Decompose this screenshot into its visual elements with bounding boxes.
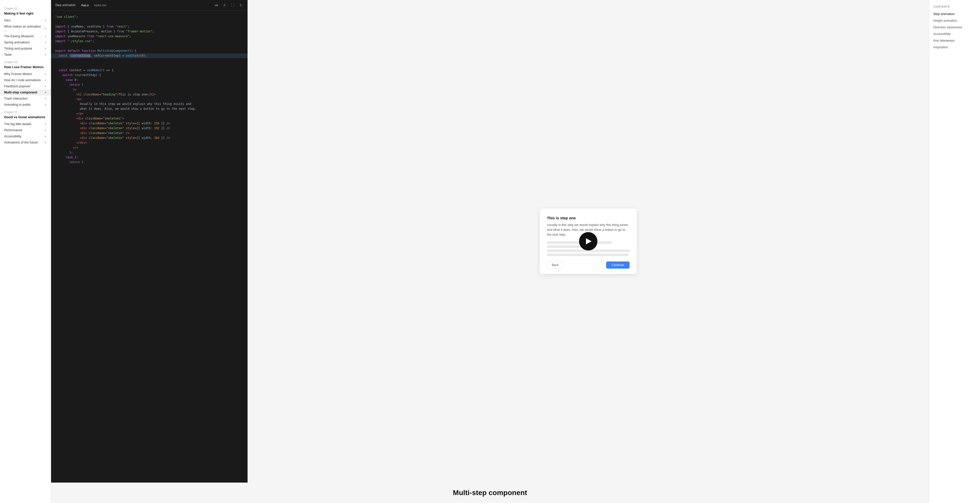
check-icon: ✓ bbox=[45, 47, 47, 50]
chapter-title: How I use Framer Motion bbox=[0, 65, 51, 71]
sidebar-item-label: How do I code animations bbox=[4, 78, 41, 82]
code-panel-title: Step animation bbox=[55, 3, 76, 7]
chapter-label: Chapter 03 bbox=[0, 108, 51, 115]
back-button[interactable]: Back bbox=[547, 261, 563, 269]
check-icon: ✓ bbox=[45, 27, 47, 30]
check-icon: ✓ bbox=[45, 141, 47, 144]
expand-icon[interactable]: ⛶ bbox=[230, 3, 235, 8]
sidebar-item-future[interactable]: Animations of the future✓ bbox=[0, 139, 51, 146]
tab-styles-css[interactable]: styles.css bbox=[93, 3, 108, 7]
sidebar-item-easing[interactable]: The Easing Blueprint✓ bbox=[0, 33, 51, 39]
code-panel: Step animation App.js styles.css ⏮ # ⛶ ↻… bbox=[51, 0, 248, 482]
sidebar-item-intro[interactable]: Intro✓ bbox=[0, 18, 51, 24]
check-icon: ✓ bbox=[45, 19, 47, 22]
left-sidebar: Chapter 01Making it feel rightIntro✓What… bbox=[0, 0, 51, 503]
play-button[interactable] bbox=[579, 232, 597, 250]
check-icon: ✓ bbox=[45, 97, 47, 100]
chapter-label: Chapter 01 bbox=[0, 4, 51, 11]
sidebar-item-multi-step[interactable]: Multi-step component✓ bbox=[0, 89, 51, 96]
sidebar-item-label: Accessibility bbox=[4, 135, 21, 138]
sidebar-item-spring[interactable]: Spring animations✓ bbox=[0, 39, 51, 45]
right-sidebar-item-accessibility[interactable]: Accessibility bbox=[929, 31, 980, 37]
sidebar-item-accessibility[interactable]: Accessibility✓ bbox=[0, 133, 51, 139]
check-icon: ✓ bbox=[45, 135, 47, 138]
sidebar-item-performance[interactable]: Performance✓ bbox=[0, 127, 51, 133]
sidebar-item-label: Why Framer Motion bbox=[4, 72, 32, 76]
sidebar-item-label: Animating in public bbox=[4, 103, 31, 107]
sidebar-item-label: Multi-step component bbox=[4, 91, 37, 94]
check-icon: ✓ bbox=[45, 91, 47, 94]
code-tabs: App.js styles.css bbox=[80, 3, 108, 7]
chapter-title: Making it feel right bbox=[0, 11, 51, 18]
step-card-title: This is step one bbox=[547, 216, 630, 220]
content-area: Step animation App.js styles.css ⏮ # ⛶ ↻… bbox=[51, 0, 929, 482]
code-content: "use client"; import { useMemo, useState… bbox=[51, 14, 248, 165]
rewind-icon[interactable]: ⏮ bbox=[214, 3, 219, 8]
check-icon: ✓ bbox=[45, 103, 47, 107]
right-sidebar-item-height-animation[interactable]: Height animation bbox=[929, 18, 980, 24]
refresh-icon[interactable]: ↻ bbox=[239, 3, 243, 8]
hash-icon[interactable]: # bbox=[222, 3, 227, 8]
chapter-label: Chapter 02 bbox=[0, 58, 51, 65]
skeleton-line-4 bbox=[547, 253, 628, 256]
code-controls: ⏮ # ⛶ ↻ bbox=[214, 3, 243, 8]
step-card-footer: Back Continue bbox=[547, 261, 630, 269]
main-content: Step animation App.js styles.css ⏮ # ⛶ ↻… bbox=[51, 0, 929, 503]
sidebar-item-how-code[interactable]: How do I code animations✓ bbox=[0, 77, 51, 83]
sidebar-item-label: Animations of the future bbox=[4, 141, 38, 144]
check-icon: ✓ bbox=[45, 85, 47, 88]
sidebar-item-label: What makes an animation ... bbox=[4, 25, 45, 32]
sidebar-item-feedback-popover[interactable]: Feedback popover✓ bbox=[0, 83, 51, 89]
sidebar-item-label: The Easing Blueprint bbox=[4, 35, 34, 38]
right-sidebar: Contents Step animationHeight animationD… bbox=[929, 0, 980, 503]
check-icon: ✓ bbox=[45, 123, 47, 126]
right-sidebar-item-direction-awareness[interactable]: Direction awareness bbox=[929, 24, 980, 31]
right-sidebar-item-step-animation[interactable]: Step animation bbox=[929, 11, 980, 18]
sidebar-item-label: The big little details bbox=[4, 122, 32, 126]
sidebar-item-why-framer[interactable]: Why Framer Motion✓ bbox=[0, 71, 51, 77]
check-icon: ✓ bbox=[45, 73, 47, 76]
sidebar-item-label: Timing and purpose bbox=[4, 47, 32, 50]
sidebar-item-timing[interactable]: Timing and purpose✓ bbox=[0, 45, 51, 52]
check-icon: ✓ bbox=[45, 129, 47, 132]
check-icon: ✓ bbox=[45, 41, 47, 44]
sidebar-item-what-makes[interactable]: What makes an animation ...✓ bbox=[0, 24, 51, 33]
sidebar-item-label: Performance bbox=[4, 129, 22, 132]
sidebar-item-label: Intro bbox=[4, 19, 11, 22]
preview-panel: This is step one Usually in this step we… bbox=[248, 0, 929, 482]
sidebar-item-taste[interactable]: Taste✓ bbox=[0, 52, 51, 58]
sidebar-item-label: Spring animations bbox=[4, 41, 30, 44]
code-header: Step animation App.js styles.css ⏮ # ⛶ ↻ bbox=[51, 0, 248, 11]
continue-button[interactable]: Continue bbox=[606, 261, 630, 269]
chapter-title: Good vs Great animations bbox=[0, 115, 51, 121]
sidebar-item-label: Feedback popover bbox=[4, 84, 30, 88]
check-icon: ✓ bbox=[45, 35, 47, 38]
right-sidebar-item-key-takeaways[interactable]: Key takeaways bbox=[929, 37, 980, 44]
tab-app-js[interactable]: App.js bbox=[80, 3, 91, 7]
sidebar-item-label: Taste bbox=[4, 53, 12, 56]
sidebar-item-animating[interactable]: Animating in public✓ bbox=[0, 102, 51, 108]
check-icon: ✓ bbox=[45, 79, 47, 82]
check-icon: ✓ bbox=[45, 53, 47, 56]
code-body: "use client"; import { useMemo, useState… bbox=[51, 11, 248, 482]
sidebar-item-trash[interactable]: Trash interaction✓ bbox=[0, 96, 51, 102]
right-sidebar-contents-label: Contents bbox=[929, 4, 980, 11]
bottom-title: Multi-step component bbox=[51, 489, 929, 497]
play-icon bbox=[586, 238, 592, 244]
right-sidebar-item-inspiration[interactable]: Inspiration bbox=[929, 44, 980, 51]
bottom-section: Multi-step component bbox=[51, 482, 929, 503]
sidebar-item-label: Trash interaction bbox=[4, 97, 28, 100]
sidebar-item-big-little[interactable]: The big little details✓ bbox=[0, 121, 51, 127]
